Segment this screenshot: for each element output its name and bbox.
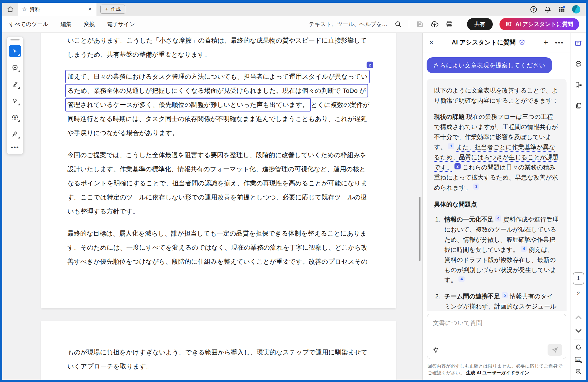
home-button[interactable] [2,3,18,16]
current-page-indicator[interactable]: 1 [573,272,584,285]
more-tools-button[interactable]: ••• [11,144,19,151]
document-line: 今回のご提案では、こうした全体最適を阻害する要因を整理し、段階的に改善していくた… [67,148,370,162]
menu-item-convert[interactable]: 変換 [84,21,95,28]
citation-badge[interactable]: 1 [448,143,454,149]
document-line: なるポイントを明確にすることで、担当者間の認識を揃え、作業の再現性を高めることが… [67,176,370,190]
bookmarks-rail-button[interactable] [575,81,582,89]
toolbar-drag-handle[interactable] [10,39,20,40]
ai-assistant-icon [575,40,582,47]
response-list-item: 2.チーム間の連携不足5情報共有のタイミングが揃わず、計画的なスケジュール調整が… [435,291,559,311]
zoom-out-button[interactable] [575,380,582,382]
bookmark-icon [575,81,582,89]
help-icon: ? [530,6,537,13]
previous-page-button[interactable] [575,315,582,320]
menu-item-all-tools[interactable]: すべてのツール [9,21,48,28]
panel-title: AI アシスタントに質問 [452,38,516,47]
divider [409,20,409,28]
zoom-in-button[interactable] [575,368,582,375]
apps-grid-icon [558,6,565,13]
citation-highlight-box[interactable]: 加えて、日々の業務におけるタスク管理の方法についても、担当者によって運用スタイル… [65,70,370,83]
tool-expand-triangle [18,120,20,122]
panel-title-wrap: AI アシスタントに質問 [433,38,544,47]
apps-button[interactable] [558,6,565,13]
new-tab-button[interactable]: + 作成 [100,5,125,14]
upload-cloud-button[interactable] [431,20,439,28]
ai-panel-header: × AI アシスタントに質問 + ••• [423,33,571,52]
text-select-tool-button[interactable]: A [9,111,21,123]
citation-badge[interactable]: 2 [367,62,373,68]
document-line: 設計いたします。作業基準の標準化、情報共有のフォーマット化、進捗管理の可視化など… [67,162,370,176]
menu-item-esign[interactable]: 電子サイン [107,21,135,28]
response-heading: 具体的な問題点 [434,199,559,210]
menu-item-edit[interactable]: 編集 [61,21,72,28]
tab-close-icon[interactable]: × [87,6,93,13]
star-icon[interactable]: ☆ [22,6,27,13]
comment-icon [12,64,18,71]
list-body: 情報の一元化不足4資料作成や進行管理において、複数のツールが混在しているため、情… [444,214,559,285]
response-list-item: 1.情報の一元化不足4資料作成や進行管理において、複数のツールが混在しているため… [435,214,559,285]
suggestions-button[interactable] [432,346,439,355]
next-page-button[interactable] [575,329,582,333]
comment-tool-button[interactable] [9,62,21,74]
save-button[interactable] [416,20,424,28]
ai-button-label: AI アシスタントに質問 [515,21,573,28]
search-button[interactable] [394,20,402,28]
citation-badge[interactable]: 5 [502,292,508,298]
draw-tool-button[interactable] [9,95,21,107]
tool-expand-triangle [18,104,20,105]
citation-badge[interactable]: 4 [458,276,465,282]
response-text: チーム間の連携不足 [444,293,500,300]
guideline-link[interactable]: 生成 AI ユーザーガイドライン [466,370,529,375]
avatar[interactable] [572,5,580,13]
document-paragraph: 最終的な目標は、属人化を減らし、誰が担当しても一定の品質を担保できる体制を整える… [67,226,370,269]
document-line: るため、業務全体の見通しが把握しにくくなる場面が見受けられました。現在は個々の判… [67,84,370,98]
search-hint[interactable]: テキスト、ツール、ヘルプを… [309,21,387,28]
share-button[interactable]: 共有 [467,18,493,30]
citation-badge[interactable]: 3 [473,183,479,190]
user-prompt-bubble: さらによい文章表現を提案してください [427,57,552,73]
new-chat-button[interactable]: + [544,38,548,47]
svg-text:1:1: 1:1 [576,358,580,361]
comments-rail-button[interactable] [575,60,582,68]
citation-badge[interactable]: 2 [454,163,461,169]
citation-badge[interactable]: 4 [521,246,527,252]
next-page-number[interactable]: 2 [577,291,580,297]
citation-highlight-box[interactable]: 管理されているケースが多く、優先順位の調整が難しいといった声も出ています。 [65,98,311,112]
ai-assistant-button[interactable]: AI アシスタントに質問 [499,18,579,30]
citation-highlight-box[interactable]: るため、業務全体の見通しが把握しにくくなる場面が見受けられました。現在は個々の判… [65,84,368,97]
chat-scroll-region[interactable]: さらによい文章表現を提案してください 以下のように文章表現を改善することで、より… [423,52,571,311]
actual-size-button[interactable]: 1:1 [575,356,582,363]
document-scrollbar[interactable] [419,197,420,261]
print-button[interactable] [445,20,453,28]
select-tool-button[interactable] [9,45,21,57]
highlight-tool-button[interactable] [9,78,21,90]
fill-sign-tool-button[interactable] [9,128,21,140]
document-page-1: いことがあります。こうした「小さな摩擦」の蓄積は、最終的な成果物の質やスピードに… [41,33,396,308]
list-body: チーム間の連携不足5情報共有のタイミングが揃わず、計画的なスケジュール調整が困難… [444,291,559,311]
document-line: 同時進行となる時期には、タスク同士の依存関係が不明確なまま進んでしまうこともあり… [67,112,370,126]
list-number: 1. [435,214,444,285]
send-icon [551,346,559,354]
bell-icon [544,6,551,13]
ai-assistant-rail-button[interactable] [575,40,582,47]
document-paragraph: 2加えて、日々の業務におけるタスク管理の方法についても、担当者によって運用スタイ… [67,70,370,140]
document-paragraph: いことがあります。こうした「小さな摩擦」の蓄積は、最終的な成果物の質やスピードに… [67,33,370,62]
document-line: す。そのためには、一度にすべてを変えるのではなく、現在の業務の流れを丁寧に観察し… [67,240,370,255]
send-button[interactable] [548,344,562,356]
help-button[interactable]: ? [530,6,537,13]
notifications-button[interactable] [544,6,551,13]
response-text: 以下のように文章表現を改善することで、より簡潔で明確な内容にすることができます： [434,87,558,104]
refresh-view-button[interactable] [575,343,582,351]
response-text: 情報の一元化不足 [444,216,493,223]
document-paragraph: 今回のご提案では、こうした全体最適を阻害する要因を整理し、段階的に改善していくた… [67,148,370,218]
question-input[interactable]: 文書について質問 [427,314,566,359]
shield-check-icon [519,39,525,46]
panel-options-button[interactable]: ••• [555,39,564,47]
plus-icon: + [105,6,108,13]
panel-close-icon[interactable]: × [429,39,433,47]
lightbulb-icon [432,346,439,354]
citation-badge[interactable]: 4 [495,215,501,221]
draw-squiggle-icon [12,97,18,104]
document-tab[interactable]: ☆ 資料 × [18,3,96,16]
pages-rail-button[interactable] [575,102,582,109]
